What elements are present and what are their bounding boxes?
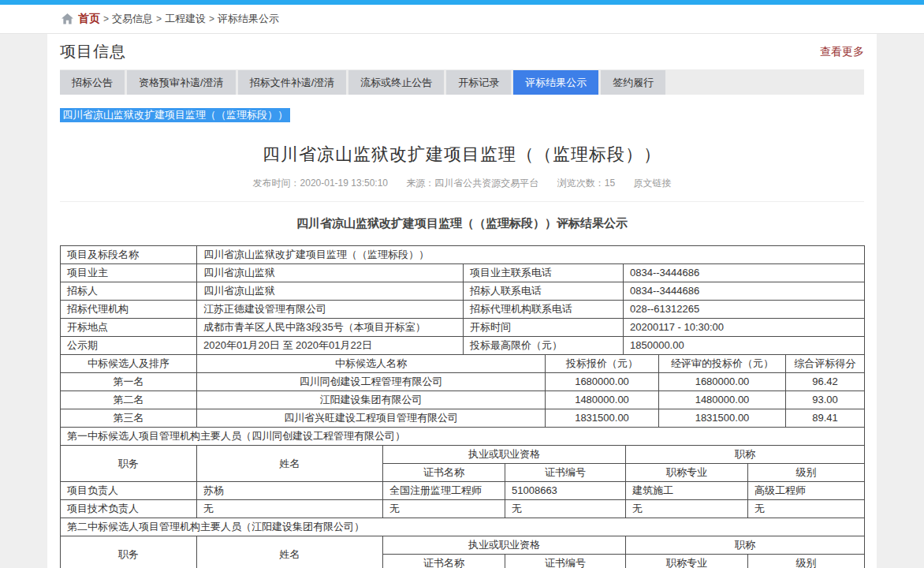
table-header-cell: 经评审的投标价（元） [659,355,786,373]
table-cell: 第一名 [61,373,197,391]
table-cell: 项目业主联系电话 [464,264,624,282]
table-cell: 93.00 [786,391,865,409]
tab-failed-or-terminated[interactable]: 流标或终止公告 [348,70,444,95]
table-cell: 开标时间 [464,319,624,337]
table-cell: 项目技术负责人 [61,500,197,518]
table-cell: 投标最高限价（元） [464,337,624,355]
table-row: 项目负责人 苏杨 全国注册监理工程师 51008663 建筑施工 高级工程师 [61,482,865,500]
results-table: 项目及标段名称 四川省凉山监狱改扩建项目监理（（监理标段）） 项目业主 四川省凉… [60,245,864,568]
table-cell: 招标人 [61,282,197,301]
table-cell: 1480000.00 [546,391,659,409]
table-cell: 无 [383,500,505,518]
table-header-cell: 职务 [61,536,197,568]
table-header-row: 职务 姓名 执业或职业资格 职称 [61,446,865,464]
source: 来源：四川省公共资源交易平台 [406,178,538,189]
table-cell: 建筑施工 [626,482,748,500]
breadcrumb-separator: > [103,13,109,24]
project-info-table: 项目及标段名称 四川省凉山监狱改扩建项目监理（（监理标段）） 项目业主 四川省凉… [60,245,865,355]
publish-time: 发布时间：2020-01-19 13:50:10 [253,178,388,189]
table-row: 项目及标段名称 四川省凉山监狱改扩建项目监理（（监理标段）） [61,246,865,264]
breadcrumb-separator: > [209,13,214,24]
table-header-cell: 职称专业 [626,555,748,568]
table-cell: 招标人联系电话 [464,282,624,301]
table-header-cell: 执业或职业资格 [383,446,626,464]
table-header-cell: 综合评标得分 [786,355,865,373]
table-cell: 四川同创建设工程管理有限公司 [197,373,546,391]
table-cell: 1850000.00 [624,337,865,355]
table-header-cell: 级别 [748,464,865,482]
table-header-cell: 职称 [626,446,865,464]
table-row: 第三名 四川省兴旺建设工程项目管理有限公司 1831500.00 1831500… [61,409,865,428]
table-cell: 0834--3444686 [624,264,865,282]
content-panel: 项目信息 查看更多 招标公告 资格预审补遗/澄清 招标文件补遗/澄清 流标或终止… [47,34,877,568]
article-meta: 发布时间：2020-01-19 13:50:10 来源：四川省公共资源交易平台 … [60,177,864,202]
table-header-cell: 中标候选人名称 [197,355,546,373]
table-header-cell: 级别 [748,555,865,568]
tab-contract-performance[interactable]: 签约履行 [601,70,665,95]
tab-bid-document-addendum[interactable]: 招标文件补遗/澄清 [238,70,347,95]
table-row: 招标代理机构 江苏正德建设管理有限公司 招标代理机构联系电话 028--6131… [61,301,865,319]
table-cell: 51008663 [505,482,626,500]
breadcrumb-item-trade-info[interactable]: 交易信息 [112,12,153,26]
table-row: 第一名 四川同创建设工程管理有限公司 1680000.00 1680000.00… [61,373,865,391]
table-cell: 项目负责人 [61,482,197,500]
second-candidate-personnel-table: 第二中标候选人项目管理机构主要人员（江阳建设集团有限公司） 职务 姓名 执业或职… [60,518,865,568]
page-title: 项目信息 [60,41,126,62]
table-cell: 96.42 [786,373,865,391]
selected-result-link[interactable]: 四川省凉山监狱改扩建项目监理（（监理标段）） [60,108,290,122]
view-count: 浏览次数：15 [557,178,615,189]
table-header-cell: 中标候选人及排序 [61,355,197,373]
table-cell: 公示期 [61,337,197,355]
table-header-cell: 姓名 [197,446,383,482]
table-cell: 项目及标段名称 [61,246,197,264]
table-header-cell: 姓名 [197,536,383,568]
table-cell: 招标代理机构联系电话 [464,301,624,319]
table-header-cell: 职务 [61,446,197,482]
tab-evaluation-results[interactable]: 评标结果公示 [513,70,598,95]
tab-bid-opening-record[interactable]: 开标记录 [446,70,511,95]
table-cell: 招标代理机构 [61,301,197,319]
table-row: 第二名 江阳建设集团有限公司 1480000.00 1480000.00 93.… [61,391,865,409]
breadcrumb: 首页 > 交易信息 > 工程建设 > 评标结果公示 [0,5,924,34]
table-cell: 四川省凉山监狱 [197,282,464,301]
table-header-cell: 证书编号 [505,464,626,482]
table-header-cell: 投标报价（元） [546,355,659,373]
table-cell: 无 [748,500,865,518]
table-header-cell: 职称专业 [626,464,748,482]
announcement-subtitle: 四川省凉山监狱改扩建项目监理（（监理标段））评标结果公示 [60,216,864,231]
section-title-row: 第一中标候选人项目管理机构主要人员（四川同创建设工程管理有限公司） [61,428,865,446]
breadcrumb-item-eval-results[interactable]: 评标结果公示 [218,12,279,26]
breadcrumb-separator: > [156,13,162,24]
section-header: 项目信息 查看更多 [60,34,864,70]
table-cell: 成都市青羊区人民中路3段35号（本项目开标室） [197,319,464,337]
table-row: 开标地点 成都市青羊区人民中路3段35号（本项目开标室） 开标时间 202001… [61,319,865,337]
tab-bid-announcement[interactable]: 招标公告 [60,70,125,95]
table-header-cell: 执业或职业资格 [383,536,626,555]
table-cell: 1831500.00 [659,409,786,428]
table-cell: 1831500.00 [546,409,659,428]
section-title-cell: 第一中标候选人项目管理机构主要人员（四川同创建设工程管理有限公司） [61,428,865,446]
table-header-row: 中标候选人及排序 中标候选人名称 投标报价（元） 经评审的投标价（元） 综合评标… [61,355,865,373]
table-cell: 1680000.00 [546,373,659,391]
article-title: 四川省凉山监狱改扩建项目监理（（监理标段）） [60,143,864,166]
table-cell: 第二名 [61,391,197,409]
table-cell: 028--61312265 [624,301,865,319]
view-more-link[interactable]: 查看更多 [820,45,864,59]
table-cell: 四川省凉山监狱改扩建项目监理（（监理标段）） [197,246,865,264]
candidates-table: 中标候选人及排序 中标候选人名称 投标报价（元） 经评审的投标价（元） 综合评标… [60,354,865,428]
table-header-cell: 证书名称 [383,555,505,568]
table-cell: 第三名 [61,409,197,428]
original-link[interactable]: 原文链接 [633,178,671,189]
breadcrumb-item-engineering[interactable]: 工程建设 [165,12,206,26]
table-cell: 四川省凉山监狱 [197,264,464,282]
tab-prequalification-addendum[interactable]: 资格预审补遗/澄清 [127,70,236,95]
table-cell: 0834--3444686 [624,282,865,301]
table-header-cell: 证书名称 [383,464,505,482]
table-cell: 苏杨 [197,482,383,500]
breadcrumb-home[interactable]: 首页 [78,12,100,26]
table-cell: 全国注册监理工程师 [383,482,505,500]
section-title-row: 第二中标候选人项目管理机构主要人员（江阳建设集团有限公司） [61,518,865,536]
table-cell: 无 [197,500,383,518]
table-cell: 2020年01月20日 至 2020年01月22日 [197,337,464,355]
home-icon [61,13,73,24]
